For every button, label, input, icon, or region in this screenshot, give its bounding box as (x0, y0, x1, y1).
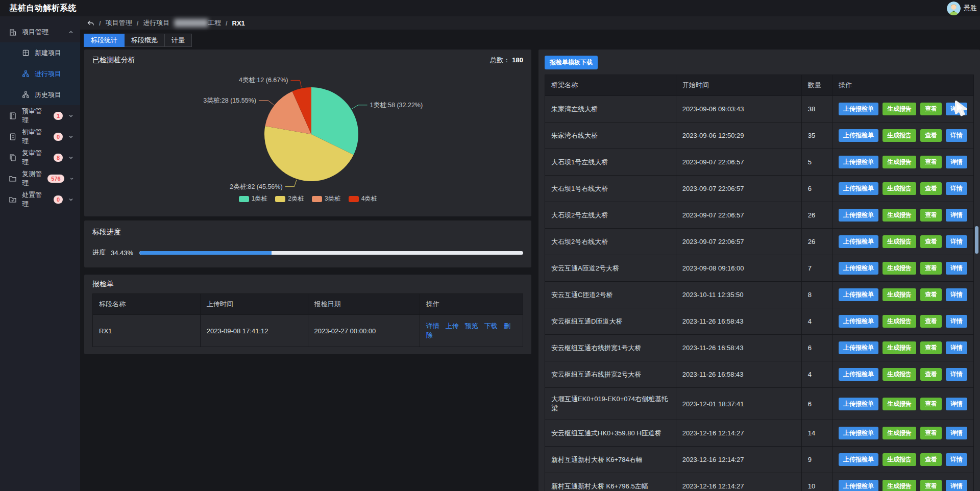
sidebar-item-ongoing-project[interactable]: 进行项目 (0, 63, 80, 84)
detail-button[interactable]: 详情 (946, 129, 967, 142)
sidebar-item-history-project[interactable]: 历史项目 (0, 84, 80, 105)
detail-link[interactable]: 详情 (426, 322, 439, 330)
legend-item-2类桩[interactable]: 2类桩 (275, 194, 304, 203)
view-button[interactable]: 查看 (920, 427, 942, 439)
view-button[interactable]: 查看 (920, 262, 942, 275)
detail-button[interactable]: 详情 (946, 427, 967, 439)
upload-inspection-button[interactable]: 上传报检单 (839, 427, 878, 439)
detail-button[interactable]: 详情 (946, 480, 967, 491)
column-header: 操作 (420, 294, 523, 315)
view-button[interactable]: 查看 (920, 398, 942, 410)
preview-link[interactable]: 预览 (465, 322, 478, 330)
upload-inspection-button[interactable]: 上传报检单 (839, 341, 878, 354)
generate-report-button[interactable]: 生成报告 (883, 341, 916, 354)
generate-report-button[interactable]: 生成报告 (883, 398, 916, 410)
upload-link[interactable]: 上传 (446, 322, 459, 330)
detail-button[interactable]: 详情 (946, 103, 967, 115)
upload-inspection-button[interactable]: 上传报检单 (839, 182, 878, 195)
table-row: 大石坝1号右线大桥2023-09-07 22:06:576上传报检单生成报告查看… (545, 176, 974, 202)
chevron-down-icon (68, 155, 74, 161)
view-button[interactable]: 查看 (920, 341, 942, 354)
upload-inspection-button[interactable]: 上传报检单 (839, 235, 878, 248)
detail-button[interactable]: 详情 (946, 156, 967, 168)
scrollbar-thumb[interactable] (975, 226, 978, 254)
detail-button[interactable]: 详情 (946, 453, 967, 466)
legend-item-4类桩[interactable]: 4类桩 (349, 194, 377, 203)
user-menu[interactable]: 景胜 (947, 2, 977, 15)
start-time-cell: 2023-12-16 12:14:27 (676, 473, 801, 491)
tab-section-overview[interactable]: 标段概览 (124, 34, 165, 47)
tab-measurement[interactable]: 计量 (164, 34, 192, 47)
legend-label: 3类桩 (325, 194, 340, 203)
detail-button[interactable]: 详情 (946, 341, 967, 354)
sidebar-item-disposal[interactable]: 处置管理 0 (0, 189, 80, 210)
generate-report-button[interactable]: 生成报告 (883, 103, 916, 115)
view-button[interactable]: 查看 (920, 235, 942, 248)
generate-report-button[interactable]: 生成报告 (883, 427, 916, 439)
detail-button[interactable]: 详情 (946, 182, 967, 195)
legend-item-1类桩[interactable]: 1类桩 (239, 194, 267, 203)
generate-report-button[interactable]: 生成报告 (883, 288, 916, 301)
pile-pie-chart[interactable]: 1类桩:58 (32.22%)2类桩:82 (45.56%)3类桩:28 (15… (92, 65, 523, 193)
generate-report-button[interactable]: 生成报告 (883, 315, 916, 328)
generate-report-button[interactable]: 生成报告 (883, 480, 916, 491)
detail-button[interactable]: 详情 (946, 235, 967, 248)
view-button[interactable]: 查看 (920, 182, 942, 195)
upload-inspection-button[interactable]: 上传报检单 (839, 262, 878, 275)
column-header: 数量 (801, 75, 832, 96)
view-button[interactable]: 查看 (920, 103, 942, 115)
upload-inspection-button[interactable]: 上传报检单 (839, 209, 878, 222)
back-icon[interactable] (87, 19, 94, 27)
detail-button[interactable]: 详情 (946, 398, 967, 410)
detail-button[interactable]: 详情 (946, 209, 967, 222)
breadcrumb-item-project[interactable]: ████████工程 (174, 18, 221, 28)
avatar[interactable] (947, 2, 961, 15)
view-button[interactable]: 查看 (920, 129, 942, 142)
view-button[interactable]: 查看 (920, 453, 942, 466)
upload-inspection-button[interactable]: 上传报检单 (839, 129, 878, 142)
view-button[interactable]: 查看 (920, 156, 942, 168)
generate-report-button[interactable]: 生成报告 (883, 209, 916, 222)
view-button[interactable]: 查看 (920, 315, 942, 328)
upload-inspection-button[interactable]: 上传报检单 (839, 103, 878, 115)
detail-button[interactable]: 详情 (946, 315, 967, 328)
generate-report-button[interactable]: 生成报告 (883, 129, 916, 142)
sidebar-item-project-management[interactable]: 项目管理 (0, 21, 80, 42)
generate-report-button[interactable]: 生成报告 (883, 182, 916, 195)
sidebar-item-re-review[interactable]: 复审管理 8 (0, 147, 80, 168)
sidebar-item-new-project[interactable]: 新建项目 (0, 42, 80, 63)
upload-inspection-button[interactable]: 上传报检单 (839, 453, 878, 466)
generate-report-button[interactable]: 生成报告 (883, 235, 916, 248)
pie-label-leader (352, 105, 368, 109)
generate-report-button[interactable]: 生成报告 (883, 453, 916, 466)
detail-button[interactable]: 详情 (946, 288, 967, 301)
tab-section-statistics[interactable]: 标段统计 (84, 34, 125, 47)
view-button[interactable]: 查看 (920, 368, 942, 381)
upload-inspection-button[interactable]: 上传报检单 (839, 288, 878, 301)
sidebar-item-pre-review[interactable]: 预审管理 1 (0, 105, 80, 126)
detail-button[interactable]: 详情 (946, 368, 967, 381)
template-download-button[interactable]: 报检单模板下载 (545, 56, 598, 69)
upload-inspection-button[interactable]: 上传报检单 (839, 398, 878, 410)
view-button[interactable]: 查看 (920, 480, 942, 491)
generate-report-button[interactable]: 生成报告 (883, 262, 916, 275)
view-button[interactable]: 查看 (920, 288, 942, 301)
table-row: 安云互通A匝道2号大桥2023-09-08 09:16:007上传报检单生成报告… (545, 255, 974, 282)
legend-item-3类桩[interactable]: 3类桩 (312, 194, 340, 203)
detail-button[interactable]: 详情 (946, 262, 967, 275)
view-button[interactable]: 查看 (920, 209, 942, 222)
upload-inspection-button[interactable]: 上传报检单 (839, 368, 878, 381)
sidebar-item-initial-review[interactable]: 初审管理 0 (0, 126, 80, 147)
sidebar-item-retest[interactable]: 复测管理 576 (0, 168, 80, 189)
generate-report-button[interactable]: 生成报告 (883, 368, 916, 381)
upload-inspection-button[interactable]: 上传报检单 (839, 315, 878, 328)
generate-report-button[interactable]: 生成报告 (883, 156, 916, 168)
breadcrumb-item[interactable]: 进行项目 (143, 18, 169, 28)
breadcrumb-item[interactable]: 项目管理 (106, 18, 132, 28)
upload-inspection-button[interactable]: 上传报检单 (839, 480, 878, 491)
actions-cell: 上传报检单生成报告查看详情 (832, 388, 974, 420)
download-link[interactable]: 下载 (484, 322, 498, 330)
progress-percent: 34.43% (111, 249, 133, 257)
upload-inspection-button[interactable]: 上传报检单 (839, 156, 878, 168)
legend-swatch (312, 196, 322, 202)
